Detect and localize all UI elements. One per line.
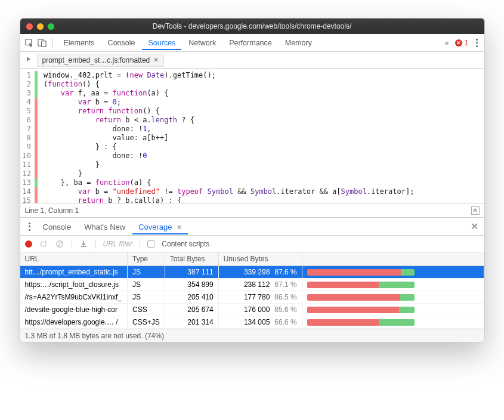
drawer-tabs: ConsoleWhat's NewCoverage ✕ ✕ xyxy=(20,218,484,236)
drawer-tab-coverage[interactable]: Coverage ✕ xyxy=(132,219,188,234)
coverage-summary: 1.3 MB of 1.8 MB bytes are not used. (74… xyxy=(25,332,164,340)
minimize-icon[interactable] xyxy=(37,23,44,30)
table-header-row: URLTypeTotal BytesUnused Bytes xyxy=(20,252,484,266)
tab-console[interactable]: Console xyxy=(102,35,141,50)
table-row[interactable]: htt…/prompt_embed_static.jsJS387 111339 … xyxy=(20,266,484,279)
column-header[interactable]: Unused Bytes xyxy=(218,252,302,266)
close-icon[interactable]: ✕ xyxy=(468,221,481,232)
zoom-icon[interactable] xyxy=(48,23,54,30)
code-editor[interactable]: 12345678910111213141516 window._402.prlt… xyxy=(20,69,484,203)
file-tab[interactable]: prompt_embed_st…c.js:formatted ✕ xyxy=(37,54,165,67)
export-icon[interactable] xyxy=(79,239,88,248)
window-traffic-lights xyxy=(20,23,54,30)
drawer-tab-what-s-new[interactable]: What's New xyxy=(78,219,131,234)
svg-line-4 xyxy=(58,242,62,246)
table-row[interactable]: https://developers.google.… /CSS+JS201 3… xyxy=(20,316,484,329)
drawer-tab-console[interactable]: Console xyxy=(37,219,78,234)
main-tabs: ElementsConsoleSourcesNetworkPerformance… xyxy=(58,35,439,50)
collapse-icon[interactable] xyxy=(471,206,480,215)
tab-memory[interactable]: Memory xyxy=(279,35,318,50)
error-count[interactable]: ✕1 xyxy=(455,39,469,47)
table-row[interactable]: /rs=AA2YrTsM9ubCxVKl1inxf_JS205 410177 7… xyxy=(20,291,484,304)
svg-rect-2 xyxy=(42,41,47,47)
table-row[interactable]: /devsite-google-blue-high-corCSS205 6741… xyxy=(20,304,484,316)
main-toolbar: ElementsConsoleSourcesNetworkPerformance… xyxy=(20,34,484,52)
coverage-table: URLTypeTotal BytesUnused Bytes htt…/prom… xyxy=(20,252,484,329)
url-filter-input[interactable]: URL filter xyxy=(103,240,133,248)
devtools-window: DevTools - developers.google.com/web/too… xyxy=(20,18,485,342)
column-header[interactable]: URL xyxy=(20,252,128,266)
content-scripts-checkbox[interactable] xyxy=(147,240,154,248)
drawer-menu-icon[interactable] xyxy=(24,222,33,231)
coverage-toolbar: URL filter Content scripts xyxy=(20,236,484,252)
reload-icon[interactable] xyxy=(39,239,48,248)
window-title: DevTools - developers.google.com/web/too… xyxy=(20,22,484,30)
column-header[interactable]: Type xyxy=(128,252,165,266)
column-header[interactable]: Total Bytes xyxy=(165,252,218,266)
show-navigator-icon[interactable] xyxy=(25,55,32,64)
coverage-footer: 1.3 MB of 1.8 MB bytes are not used. (74… xyxy=(20,329,484,342)
line-numbers: 12345678910111213141516 xyxy=(20,69,35,203)
code-body[interactable]: window._402.prlt = (new Date).getTime();… xyxy=(38,69,418,203)
tab-performance[interactable]: Performance xyxy=(223,35,278,50)
titlebar: DevTools - developers.google.com/web/too… xyxy=(20,18,484,34)
cursor-position: Line 1, Column 1 xyxy=(25,206,79,215)
table-row[interactable]: https:…/script_foot_closure.jsJS354 8992… xyxy=(20,279,484,291)
close-icon[interactable] xyxy=(26,23,33,30)
device-toolbar-icon[interactable] xyxy=(37,38,48,48)
tab-elements[interactable]: Elements xyxy=(58,35,101,50)
column-header[interactable] xyxy=(302,252,484,266)
close-icon[interactable]: ✕ xyxy=(153,56,159,64)
content-scripts-label: Content scripts xyxy=(162,240,209,248)
inspect-element-icon[interactable] xyxy=(24,38,35,48)
settings-menu-icon[interactable] xyxy=(471,38,481,48)
clear-icon[interactable] xyxy=(55,239,64,248)
tab-sources[interactable]: Sources xyxy=(142,35,181,50)
tab-network[interactable]: Network xyxy=(183,35,222,50)
editor-statusbar: Line 1, Column 1 xyxy=(20,203,484,218)
more-tabs-icon[interactable]: » xyxy=(441,39,453,47)
file-tab-name: prompt_embed_st…c.js:formatted xyxy=(42,56,150,64)
sources-subtoolbar: prompt_embed_st…c.js:formatted ✕ xyxy=(20,52,484,69)
record-icon[interactable] xyxy=(25,240,32,248)
